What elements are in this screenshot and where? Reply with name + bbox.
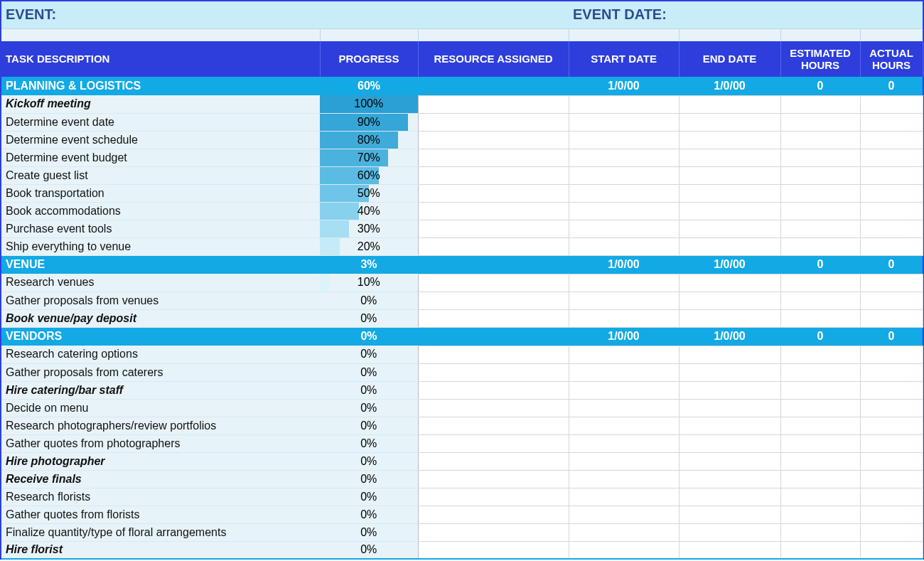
task-end-cell[interactable] [679,149,780,166]
task-act-cell[interactable] [860,399,923,417]
task-start-cell[interactable] [569,309,679,327]
task-act-cell[interactable] [860,292,923,309]
task-resource-cell[interactable] [418,488,569,506]
task-end-cell[interactable] [679,309,780,327]
task-act-cell[interactable] [860,95,923,113]
task-est-cell[interactable] [780,274,860,292]
task-end-cell[interactable] [679,184,780,202]
task-est-cell[interactable] [780,541,860,559]
task-resource-cell[interactable] [418,274,569,292]
task-description[interactable]: Gather quotes from florists [1,506,320,523]
task-start-cell[interactable] [569,113,679,131]
task-resource-cell[interactable] [418,363,569,381]
task-start-cell[interactable] [569,184,679,202]
task-est-cell[interactable] [780,381,860,399]
task-resource-cell[interactable] [418,470,569,488]
task-start-cell[interactable] [569,488,679,506]
task-resource-cell[interactable] [418,95,569,113]
task-start-cell[interactable] [569,523,679,541]
task-resource-cell[interactable] [418,541,569,559]
task-progress-cell[interactable]: 0% [320,506,418,523]
task-progress-cell[interactable]: 0% [320,488,418,506]
task-est-cell[interactable] [780,166,860,184]
task-end-cell[interactable] [679,541,780,559]
task-resource-cell[interactable] [418,452,569,470]
task-start-cell[interactable] [569,381,679,399]
task-act-cell[interactable] [860,220,923,237]
task-est-cell[interactable] [780,292,860,309]
task-resource-cell[interactable] [418,434,569,452]
task-end-cell[interactable] [679,363,780,381]
task-act-cell[interactable] [860,417,923,434]
task-end-cell[interactable] [679,399,780,417]
task-end-cell[interactable] [679,452,780,470]
task-est-cell[interactable] [780,363,860,381]
task-est-cell[interactable] [780,184,860,202]
task-start-cell[interactable] [569,470,679,488]
task-est-cell[interactable] [780,346,860,363]
task-progress-cell[interactable]: 0% [320,346,418,363]
task-description[interactable]: Ship everything to venue [1,237,320,255]
task-act-cell[interactable] [860,274,923,292]
task-end-cell[interactable] [679,274,780,292]
task-description[interactable]: Decide on menu [1,399,320,417]
task-start-cell[interactable] [569,149,679,166]
task-resource-cell[interactable] [418,184,569,202]
task-end-cell[interactable] [679,523,780,541]
task-progress-cell[interactable]: 0% [320,417,418,434]
task-est-cell[interactable] [780,237,860,255]
task-act-cell[interactable] [860,506,923,523]
task-resource-cell[interactable] [418,346,569,363]
task-est-cell[interactable] [780,309,860,327]
task-end-cell[interactable] [679,417,780,434]
task-progress-cell[interactable]: 0% [320,470,418,488]
task-end-cell[interactable] [679,381,780,399]
task-est-cell[interactable] [780,434,860,452]
task-progress-cell[interactable]: 30% [320,220,418,237]
task-progress-cell[interactable]: 0% [320,363,418,381]
task-est-cell[interactable] [780,523,860,541]
task-resource-cell[interactable] [418,523,569,541]
task-description[interactable]: Hire catering/bar staff [1,381,320,399]
task-description[interactable]: Create guest list [1,166,320,184]
task-act-cell[interactable] [860,113,923,131]
task-progress-cell[interactable]: 0% [320,399,418,417]
task-start-cell[interactable] [569,417,679,434]
task-start-cell[interactable] [569,131,679,149]
task-progress-cell[interactable]: 40% [320,202,418,220]
task-description[interactable]: Determine event budget [1,149,320,166]
task-act-cell[interactable] [860,541,923,559]
task-act-cell[interactable] [860,309,923,327]
task-progress-cell[interactable]: 0% [320,523,418,541]
task-start-cell[interactable] [569,452,679,470]
task-est-cell[interactable] [780,220,860,237]
task-resource-cell[interactable] [418,149,569,166]
task-est-cell[interactable] [780,488,860,506]
task-start-cell[interactable] [569,434,679,452]
task-progress-cell[interactable]: 50% [320,184,418,202]
task-start-cell[interactable] [569,363,679,381]
task-end-cell[interactable] [679,220,780,237]
task-act-cell[interactable] [860,184,923,202]
task-act-cell[interactable] [860,523,923,541]
task-act-cell[interactable] [860,470,923,488]
task-est-cell[interactable] [780,452,860,470]
task-start-cell[interactable] [569,541,679,559]
task-est-cell[interactable] [780,131,860,149]
task-progress-cell[interactable]: 60% [320,166,418,184]
task-est-cell[interactable] [780,202,860,220]
task-resource-cell[interactable] [418,309,569,327]
task-start-cell[interactable] [569,237,679,255]
task-act-cell[interactable] [860,452,923,470]
task-description[interactable]: Gather quotes from photographers [1,434,320,452]
task-end-cell[interactable] [679,113,780,131]
task-description[interactable]: Gather proposals from caterers [1,363,320,381]
task-end-cell[interactable] [679,166,780,184]
task-description[interactable]: Research venues [1,274,320,292]
task-act-cell[interactable] [860,237,923,255]
task-start-cell[interactable] [569,399,679,417]
task-end-cell[interactable] [679,95,780,113]
task-est-cell[interactable] [780,113,860,131]
task-description[interactable]: Book transportation [1,184,320,202]
task-progress-cell[interactable]: 70% [320,149,418,166]
